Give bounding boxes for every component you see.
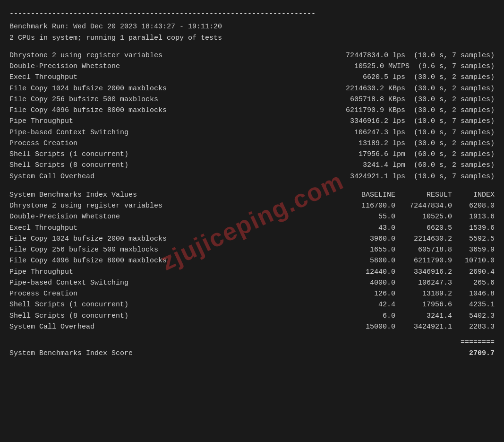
index-row-name: Pipe-based Context Switching	[9, 277, 208, 288]
index-index-val: 3659.9	[452, 244, 495, 255]
index-baseline-val: 55.0	[339, 211, 395, 222]
raw-result-value: 3424921.1 lps (10.0 s, 7 samples)	[350, 171, 495, 182]
separator-line: ----------------------------------------…	[9, 9, 495, 19]
raw-result-name: File Copy 4096 bufsize 8000 maxblocks	[9, 105, 208, 116]
raw-result-row: Pipe Throughput 3346916.2 lps (10.0 s, 7…	[9, 116, 495, 127]
equals-row: ========	[9, 337, 495, 348]
index-header-label: System Benchmarks Index Values	[9, 190, 208, 200]
index-index-val: 5402.3	[452, 311, 495, 321]
raw-result-name: System Call Overhead	[9, 171, 208, 182]
raw-result-row: File Copy 256 bufsize 500 maxblocks 6057…	[9, 94, 495, 105]
raw-result-row: Execl Throughput 6620.5 lps (30.0 s, 2 s…	[9, 72, 495, 83]
raw-result-row: Pipe-based Context Switching 106247.3 lp…	[9, 127, 495, 138]
raw-result-name: File Copy 1024 bufsize 2000 maxblocks	[9, 83, 208, 94]
score-value: 2709.7	[469, 348, 495, 359]
raw-result-name: Double-Precision Whetstone	[9, 61, 208, 72]
index-result-val: 3346916.2	[395, 267, 452, 277]
benchmark-cpus: 2 CPUs in system; running 1 parallel cop…	[9, 33, 495, 43]
raw-result-row: File Copy 4096 bufsize 8000 maxblocks 62…	[9, 105, 495, 116]
raw-result-value: 106247.3 lps (10.0 s, 7 samples)	[354, 127, 495, 138]
index-baseline-val: 15000.0	[339, 321, 395, 332]
raw-result-value: 10525.0 MWIPS (9.6 s, 7 samples)	[354, 61, 495, 72]
index-baseline-val: 116700.0	[339, 200, 395, 211]
raw-result-name: Dhrystone 2 using register variables	[9, 50, 208, 61]
raw-result-row: Process Creation 13189.2 lps (30.0 s, 2 …	[9, 138, 495, 149]
index-row-cols: 116700.0 72447834.0 6208.0	[208, 200, 495, 211]
index-index-val: 6208.0	[452, 200, 495, 211]
index-index-val: 1539.6	[452, 223, 495, 234]
score-row: System Benchmarks Index Score 2709.7	[9, 348, 495, 359]
raw-result-name: Shell Scripts (8 concurrent)	[9, 160, 208, 171]
raw-result-name: Pipe-based Context Switching	[9, 127, 208, 138]
index-row-name: Double-Precision Whetstone	[9, 211, 208, 222]
raw-result-value: 13189.2 lps (30.0 s, 2 samples)	[359, 138, 495, 149]
index-data-row: File Copy 4096 bufsize 8000 maxblocks 58…	[9, 255, 495, 266]
index-row-cols: 5800.0 6211790.9 10710.0	[208, 255, 495, 266]
index-index-val: 1046.8	[452, 288, 495, 299]
index-data-row: File Copy 1024 bufsize 2000 maxblocks 39…	[9, 234, 495, 244]
index-row-cols: 4000.0 106247.3 265.6	[208, 277, 495, 288]
index-index-val: 5592.5	[452, 234, 495, 244]
index-row-cols: 3960.0 2214630.2 5592.5	[208, 234, 495, 244]
index-result-val: 3424921.1	[395, 321, 452, 332]
raw-results-section: Dhrystone 2 using register variables 724…	[9, 50, 495, 182]
index-header-cols: BASELINE RESULT INDEX	[208, 190, 495, 200]
col-result-header: RESULT	[395, 190, 452, 200]
index-index-val: 265.6	[452, 277, 495, 288]
index-row-name: Pipe Throughput	[9, 267, 208, 277]
col-baseline-header: BASELINE	[339, 190, 395, 200]
index-index-val: 1913.6	[452, 211, 495, 222]
index-row-name: Process Creation	[9, 288, 208, 299]
raw-result-value: 3346916.2 lps (10.0 s, 7 samples)	[350, 116, 495, 127]
index-baseline-val: 6.0	[339, 311, 395, 321]
index-row-cols: 6.0 3241.4 5402.3	[208, 311, 495, 321]
index-row-name: File Copy 4096 bufsize 8000 maxblocks	[9, 255, 208, 266]
raw-result-row: File Copy 1024 bufsize 2000 maxblocks 22…	[9, 83, 495, 94]
raw-result-row: Double-Precision Whetstone 10525.0 MWIPS…	[9, 61, 495, 72]
index-row-cols: 15000.0 3424921.1 2283.3	[208, 321, 495, 332]
raw-result-row: Shell Scripts (8 concurrent) 3241.4 lpm …	[9, 160, 495, 171]
raw-result-value: 6620.5 lps (30.0 s, 2 samples)	[363, 72, 495, 83]
index-data-row: Double-Precision Whetstone 55.0 10525.0 …	[9, 211, 495, 222]
index-index-val: 10710.0	[452, 255, 495, 266]
raw-result-name: File Copy 256 bufsize 500 maxblocks	[9, 94, 208, 105]
index-header-row: System Benchmarks Index Values BASELINE …	[9, 190, 495, 200]
benchmark-run-label: Benchmark Run: Wed Dec 20 2023 18:43:27 …	[9, 21, 495, 32]
index-baseline-val: 1655.0	[339, 244, 395, 255]
raw-result-value: 6211790.9 KBps (30.0 s, 2 samples)	[346, 105, 495, 116]
index-baseline-val: 12440.0	[339, 267, 395, 277]
index-result-val: 3241.4	[395, 311, 452, 321]
index-row-name: System Call Overhead	[9, 321, 208, 332]
index-data-row: Pipe Throughput 12440.0 3346916.2 2690.4	[9, 267, 495, 277]
index-baseline-val: 5800.0	[339, 255, 395, 266]
raw-result-name: Shell Scripts (1 concurrent)	[9, 149, 208, 160]
benchmark-header: Benchmark Run: Wed Dec 20 2023 18:43:27 …	[9, 21, 495, 43]
index-result-val: 10525.0	[395, 211, 452, 222]
index-baseline-val: 126.0	[339, 288, 395, 299]
index-data-row: Pipe-based Context Switching 4000.0 1062…	[9, 277, 495, 288]
raw-result-value: 605718.8 KBps (30.0 s, 2 samples)	[350, 94, 495, 105]
col-index-header: INDEX	[452, 190, 495, 200]
index-row-name: Shell Scripts (1 concurrent)	[9, 299, 208, 310]
index-rows-container: Dhrystone 2 using register variables 116…	[9, 200, 495, 332]
index-row-cols: 55.0 10525.0 1913.6	[208, 211, 495, 222]
index-result-val: 6211790.9	[395, 255, 452, 266]
index-section: System Benchmarks Index Values BASELINE …	[9, 190, 495, 332]
raw-result-name: Execl Throughput	[9, 72, 208, 83]
index-data-row: File Copy 256 bufsize 500 maxblocks 1655…	[9, 244, 495, 255]
index-data-row: Process Creation 126.0 13189.2 1046.8	[9, 288, 495, 299]
index-result-val: 106247.3	[395, 277, 452, 288]
index-index-val: 2283.3	[452, 321, 495, 332]
index-baseline-val: 3960.0	[339, 234, 395, 244]
index-row-cols: 1655.0 605718.8 3659.9	[208, 244, 495, 255]
raw-result-row: Shell Scripts (1 concurrent) 17956.6 lpm…	[9, 149, 495, 160]
index-row-name: File Copy 1024 bufsize 2000 maxblocks	[9, 234, 208, 244]
index-baseline-val: 43.0	[339, 223, 395, 234]
index-row-cols: 12440.0 3346916.2 2690.4	[208, 267, 495, 277]
index-data-row: Execl Throughput 43.0 6620.5 1539.6	[9, 223, 495, 234]
index-baseline-val: 42.4	[339, 299, 395, 310]
index-result-val: 2214630.2	[395, 234, 452, 244]
index-row-name: File Copy 256 bufsize 500 maxblocks	[9, 244, 208, 255]
raw-result-name: Process Creation	[9, 138, 208, 149]
raw-result-row: System Call Overhead 3424921.1 lps (10.0…	[9, 171, 495, 182]
